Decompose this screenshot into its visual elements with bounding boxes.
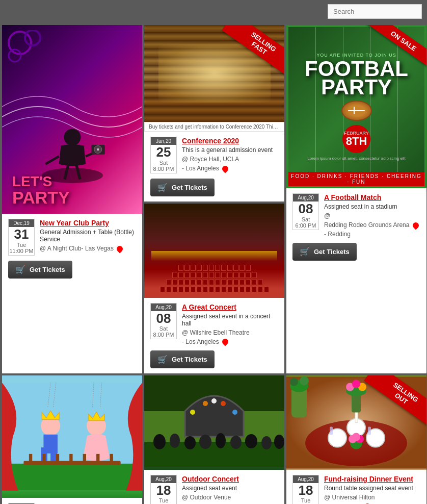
party-get-tickets-button[interactable]: 🛒 Get Tickets bbox=[8, 261, 72, 279]
concert-map-pin bbox=[221, 338, 230, 346]
party-location: @ A Night Club- Las Vegas bbox=[40, 245, 136, 252]
seat bbox=[178, 286, 183, 292]
top-bar bbox=[0, 0, 427, 23]
seat bbox=[233, 272, 238, 278]
outdoor-card-body: Aug,20 18 Tue 9:00 PM Outdoor Concert As… bbox=[144, 470, 284, 504]
seat bbox=[203, 265, 208, 271]
svg-rect-58 bbox=[368, 426, 371, 435]
dinner-location: @ Universal Hilton bbox=[324, 494, 420, 501]
seat bbox=[172, 286, 177, 292]
football-card-body: Aug,20 08 Sat 6:00 PM A Football Match A… bbox=[286, 188, 426, 266]
seat bbox=[172, 279, 177, 285]
event-card-dinner: SELLING OUT bbox=[286, 375, 426, 504]
svg-point-68 bbox=[290, 377, 298, 386]
seat bbox=[191, 286, 196, 292]
circles-deco bbox=[7, 30, 48, 71]
seat bbox=[215, 286, 220, 292]
outdoor-stage-svg bbox=[144, 375, 284, 467]
concert-date-box: Aug,20 08 Sat 8:00 PM bbox=[150, 303, 177, 340]
kids-card-body: Aug,20 18 Tue 9:00 PM A Kids Show Assign… bbox=[2, 498, 142, 504]
search-input[interactable] bbox=[328, 4, 422, 19]
seat bbox=[252, 272, 257, 278]
svg-point-45 bbox=[245, 434, 257, 448]
seat bbox=[209, 286, 214, 292]
conference-location2: - Los Angeles bbox=[182, 165, 278, 172]
football-date-box: Aug,20 08 Sat 6:00 PM bbox=[292, 193, 319, 230]
seat bbox=[172, 272, 177, 278]
svg-point-37 bbox=[232, 410, 237, 415]
svg-point-46 bbox=[261, 436, 272, 449]
seat bbox=[221, 286, 226, 292]
seat bbox=[239, 272, 245, 278]
event-card-outdoor: Aug,20 18 Tue 9:00 PM Outdoor Concert As… bbox=[144, 375, 284, 504]
svg-point-44 bbox=[230, 436, 242, 449]
party-card-body: Dec,19 31 Tue 11:00 PM New Year Club Par… bbox=[2, 214, 142, 284]
svg-point-40 bbox=[170, 434, 180, 448]
seats-row-2 bbox=[172, 272, 257, 278]
cart-icon-4: 🛒 bbox=[157, 355, 168, 364]
event-card-party: Let's party Dec,19 31 Tue 11:00 PM New Y… bbox=[2, 25, 142, 373]
svg-point-1 bbox=[25, 30, 40, 45]
seat bbox=[203, 279, 208, 285]
seat bbox=[221, 265, 226, 271]
seat bbox=[166, 286, 171, 292]
seat bbox=[209, 272, 214, 278]
seat bbox=[178, 265, 183, 271]
football-date-row: Aug,20 08 Sat 6:00 PM A Football Match A… bbox=[292, 193, 420, 238]
concert-event-info: A Great Concert Assigned seat event in a… bbox=[182, 303, 278, 345]
seat bbox=[209, 265, 214, 271]
event-card-football: ON SALE YOU ARE INVITED TO JOIN US FOOTB… bbox=[286, 25, 426, 373]
event-card-kids: Aug,20 18 Tue 9:00 PM A Kids Show Assign… bbox=[2, 375, 142, 504]
party-date-box: Dec,19 31 Tue 11:00 PM bbox=[8, 219, 35, 256]
seat bbox=[191, 279, 196, 285]
svg-rect-24 bbox=[29, 453, 32, 464]
outdoor-image bbox=[144, 375, 284, 470]
svg-point-65 bbox=[352, 380, 360, 388]
svg-point-34 bbox=[203, 401, 208, 406]
football-event-info: A Football Match Assigned seat in a stad… bbox=[324, 193, 420, 238]
seat bbox=[252, 286, 257, 292]
kids-image bbox=[2, 375, 142, 498]
svg-point-47 bbox=[274, 435, 284, 449]
seat bbox=[227, 272, 232, 278]
conference-get-tickets-button[interactable]: 🛒 Get Tickets bbox=[150, 179, 215, 196]
concert-get-tickets-button[interactable]: 🛒 Get Tickets bbox=[150, 350, 215, 368]
seat bbox=[258, 279, 263, 285]
football-date-circle: FEBRUARY 8TH bbox=[342, 125, 370, 153]
football-map-pin bbox=[411, 221, 420, 230]
svg-point-39 bbox=[153, 434, 166, 449]
conference-map-pin bbox=[221, 164, 230, 173]
concert-date-row: Aug,20 08 Sat 8:00 PM A Great Concert As… bbox=[150, 303, 278, 345]
conference-tooltip: Buy tickets and get information to Confe… bbox=[144, 122, 284, 132]
party-map-pin bbox=[116, 244, 124, 253]
event-card-conference: SELLING FAST Buy tickets and get informa… bbox=[144, 25, 284, 201]
seat bbox=[197, 272, 202, 278]
stage-light bbox=[151, 251, 278, 261]
svg-point-33 bbox=[190, 410, 195, 415]
kids-stage-svg bbox=[2, 375, 142, 498]
seat bbox=[233, 279, 238, 285]
seat bbox=[221, 279, 226, 285]
seat bbox=[197, 265, 202, 271]
svg-point-69 bbox=[300, 376, 309, 385]
seat bbox=[191, 265, 196, 271]
seat bbox=[166, 279, 171, 285]
seats-row-1 bbox=[178, 265, 251, 271]
seat bbox=[252, 279, 257, 285]
seat bbox=[197, 286, 202, 292]
event-card-concert: Aug,20 08 Sat 8:00 PM A Great Concert As… bbox=[144, 204, 284, 373]
dinner-date-box: Aug,20 18 Tue 9:00 PM bbox=[292, 475, 319, 504]
seat bbox=[239, 265, 245, 271]
seat bbox=[203, 272, 208, 278]
screen-glow bbox=[158, 44, 271, 103]
conference-event-info: Conference 2020 This is a general admiss… bbox=[182, 137, 278, 172]
cart-icon-2: 🛒 bbox=[157, 183, 168, 192]
football-get-tickets-button[interactable]: 🛒 Get Tickets bbox=[292, 243, 357, 261]
seat bbox=[227, 279, 232, 285]
seat bbox=[239, 286, 245, 292]
seat bbox=[246, 265, 251, 271]
outdoor-location: @ Outdoor Venue bbox=[182, 494, 278, 501]
seat bbox=[233, 265, 238, 271]
outdoor-event-info: Outdoor Concert Assigned seat event @ Ou… bbox=[182, 475, 278, 501]
seat bbox=[246, 279, 251, 285]
